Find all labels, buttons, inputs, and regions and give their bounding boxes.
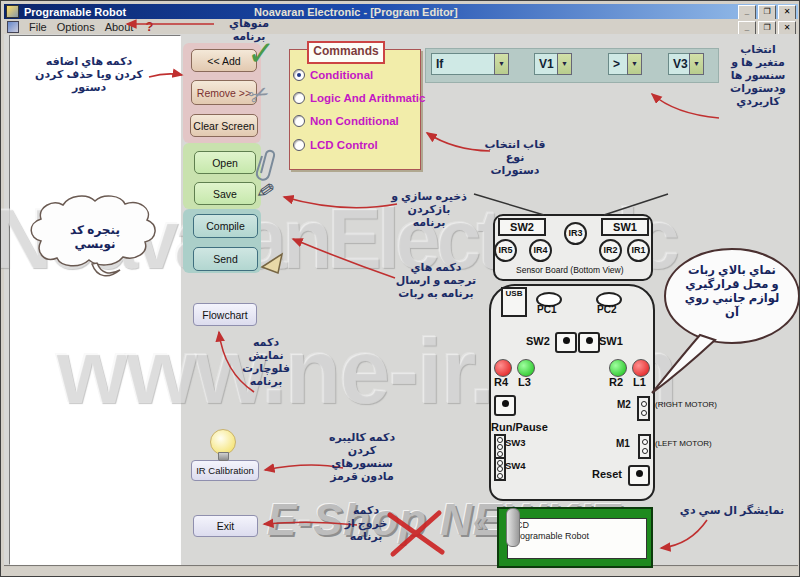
run-pause-label: Run/Pause (491, 421, 548, 433)
annotation-exit: دكمه خروج از برنامه (339, 504, 393, 543)
annotation-compile-send: دكمه هاي ترجمه و ارسال برنامه به ربات (389, 261, 483, 300)
chevron-down-icon[interactable]: ▼ (557, 53, 572, 75)
run-pause-button-diagram (494, 395, 516, 416)
annotation-save-open: ذخيره سازي و بازكردن برنامه (391, 190, 467, 229)
var2-select[interactable]: V3 ▼ (668, 53, 704, 75)
document-title: Noavaran Electronic - [Program Editor] (254, 6, 458, 18)
radio-non-conditional[interactable]: Non Conditional (293, 115, 399, 127)
chevron-down-icon[interactable]: ▼ (627, 53, 642, 75)
menu-about[interactable]: About (105, 21, 134, 33)
pc1-label: PC1 (537, 304, 556, 315)
sw3-label: SW3 (505, 437, 526, 448)
left-motor-label: (LEFT MOTOR) (655, 439, 712, 448)
menu-file[interactable]: File (29, 21, 47, 33)
annotation-commands-frame: قاب انتخاب نوع دستورات (477, 138, 553, 177)
code-window-bubble-text: پنجره كد نويسي (51, 223, 139, 251)
led-r2 (609, 359, 627, 377)
open-button[interactable]: Open (194, 151, 256, 174)
compile-button[interactable]: Compile (193, 214, 258, 238)
led-l1-label: L1 (633, 376, 646, 388)
operator-select[interactable]: > ▼ (608, 53, 642, 75)
if-select[interactable]: If ▼ (431, 53, 509, 75)
sensor-ir5: IR5 (494, 239, 517, 262)
ir-calibration-button[interactable]: IR Calibration (191, 460, 259, 481)
m1-connector (638, 434, 651, 459)
sensor-sw1: SW1 (601, 218, 649, 236)
led-l1 (632, 359, 650, 377)
radio-circle[interactable] (293, 69, 305, 81)
lcd-mount-decoration (506, 508, 520, 547)
led-r2-label: R2 (609, 376, 623, 388)
code-window[interactable] (9, 35, 181, 565)
clear-screen-button[interactable]: Clear Screen (190, 114, 258, 137)
close-button[interactable]: ✕ (778, 5, 796, 20)
sensor-sw2: SW2 (498, 218, 546, 236)
save-button[interactable]: Save (194, 182, 256, 205)
annotation-select-vars: انتخاب متغير ها و سنسور ها ودستورات كارب… (721, 43, 795, 108)
annotation-lcd: نمايشگر ال سي دي (671, 504, 793, 517)
annotation-add-remove: دكمه هاي اضافه كردن ويا حذف كردن دستور (27, 55, 151, 94)
lcd-screen: LCD Programable Robot (507, 518, 647, 559)
led-r4-label: R4 (494, 376, 508, 388)
sensor-ir1: IR1 (627, 239, 650, 262)
lcd-line1: LCD (511, 520, 643, 531)
annotation-ir-calibration: دكمه كاليبره كردن سنسورهاي مادون قرمز (321, 431, 403, 483)
minimize-button[interactable]: _ (738, 5, 756, 20)
menu-bar: File Options About ? _ ❐ ✕ (4, 19, 798, 35)
annotation-menus: منوهاي برنامه (213, 17, 285, 43)
right-motor-label: (RIGHT MOTOR) (655, 400, 717, 409)
help-icon[interactable]: ? (145, 19, 153, 34)
lcd-display: LCD Programable Robot (497, 507, 653, 568)
child-window-icon (7, 21, 19, 33)
board-sw1-button (578, 332, 600, 353)
led-l3 (517, 359, 535, 377)
title-bar: Programable Robot Noavaran Electronic - … (4, 4, 798, 19)
status-strip (4, 565, 798, 577)
commands-panel (289, 49, 421, 170)
app-window: Programable Robot Noavaran Electronic - … (0, 0, 800, 577)
commands-panel-title: Commands (307, 41, 385, 64)
sensor-board-caption: Sensor Board (Bottom View) (516, 265, 624, 275)
reset-label: Reset (592, 468, 622, 480)
app-icon (6, 5, 19, 18)
usb-port: USB (501, 287, 527, 317)
radio-circle[interactable] (293, 115, 305, 127)
restore-button[interactable]: ❐ (758, 5, 776, 20)
menu-options[interactable]: Options (57, 21, 95, 33)
radio-logic-arithmatic[interactable]: Logic And Arithmatic (293, 92, 425, 104)
radio-conditional[interactable]: Conditional (293, 69, 373, 81)
var1-select[interactable]: V1 ▼ (534, 53, 572, 75)
send-button[interactable]: Send (193, 247, 258, 271)
m2-connector (637, 396, 650, 421)
app-title: Programable Robot (24, 6, 126, 18)
bulb-icon (210, 429, 236, 461)
reset-button-diagram (628, 465, 650, 486)
annotation-flowchart: دكمه نمايش فلوچارت برنامه (237, 336, 295, 388)
sensor-ir3: IR3 (564, 222, 587, 245)
board-sw1-label: SW1 (599, 335, 623, 347)
lcd-line2: Programable Robot (511, 531, 643, 542)
board-sw2-label: SW2 (526, 335, 550, 347)
sensor-ir4: IR4 (529, 239, 552, 262)
exit-button[interactable]: Exit (193, 515, 258, 537)
pc2-label: PC2 (597, 304, 616, 315)
chevron-down-icon[interactable]: ▼ (494, 53, 509, 75)
radio-lcd-control[interactable]: LCD Control (293, 139, 378, 151)
led-r4 (494, 359, 512, 377)
m2-label: M2 (617, 399, 631, 410)
board-sw2-button (555, 332, 577, 353)
chevron-down-icon[interactable]: ▼ (689, 53, 704, 75)
radio-circle[interactable] (293, 92, 305, 104)
led-l3-label: L3 (518, 376, 531, 388)
flowchart-button[interactable]: Flowchart (193, 303, 257, 326)
radio-circle[interactable] (293, 139, 305, 151)
sensor-ir2: IR2 (599, 239, 622, 262)
sw4-label: SW4 (505, 460, 526, 471)
m1-label: M1 (616, 438, 630, 449)
lcd-bracket-decoration: « (473, 507, 488, 538)
top-view-balloon-text: نماي بالاي ربات و محل قرارگيري لوازم جان… (676, 263, 788, 319)
